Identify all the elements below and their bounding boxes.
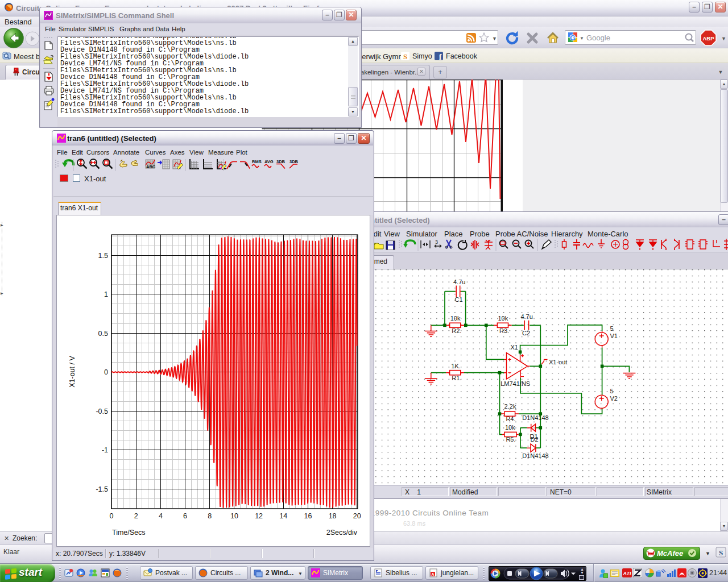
svg-text:X1-out / V: X1-out / V <box>68 356 76 388</box>
svg-text:3DB: 3DB <box>289 159 299 164</box>
svg-text:3: 3 <box>435 239 438 245</box>
svg-text:G: G <box>570 34 576 42</box>
svg-text:D1N4148: D1N4148 <box>522 414 548 421</box>
svg-text:V2: V2 <box>610 395 618 402</box>
svg-text:5: 5 <box>610 388 614 394</box>
svg-text:4: 4 <box>159 512 163 520</box>
svg-text:10k: 10k <box>505 424 515 431</box>
svg-text:S: S <box>403 52 407 61</box>
svg-text:1.5: 1.5 <box>98 252 108 260</box>
svg-text:2: 2 <box>134 512 138 520</box>
svg-text:16: 16 <box>304 512 312 520</box>
svg-text:4.7u: 4.7u <box>520 313 532 320</box>
svg-text:C1: C1 <box>455 296 463 303</box>
svg-text:X1-out: X1-out <box>549 359 567 365</box>
svg-text:f: f <box>439 53 442 60</box>
svg-text:D2: D2 <box>531 436 539 443</box>
svg-text:LM741/NS: LM741/NS <box>500 380 530 387</box>
svg-text:3DB: 3DB <box>276 159 286 164</box>
svg-text:RMS: RMS <box>252 159 262 164</box>
svg-text:R3.: R3. <box>499 327 509 334</box>
svg-text:ABC: ABC <box>146 164 156 169</box>
svg-text:S: S <box>719 548 723 557</box>
svg-text:R4.: R4. <box>506 415 515 422</box>
svg-text:C2: C2 <box>522 330 530 336</box>
svg-text:1K.: 1K. <box>451 363 461 369</box>
svg-text:1: 1 <box>104 290 108 298</box>
svg-text:A: A <box>431 572 434 576</box>
svg-text:8: 8 <box>208 512 212 520</box>
svg-text:2Secs/div: 2Secs/div <box>326 529 358 537</box>
svg-text:14: 14 <box>279 512 287 520</box>
svg-text:20: 20 <box>353 512 361 520</box>
svg-text:0: 0 <box>104 368 108 376</box>
svg-text:V1: V1 <box>610 332 618 339</box>
svg-text:18: 18 <box>329 512 337 520</box>
svg-text:10k: 10k <box>498 315 508 322</box>
svg-text:10k: 10k <box>450 315 461 322</box>
svg-text:10: 10 <box>230 512 238 520</box>
svg-text:D1N4148: D1N4148 <box>522 452 548 459</box>
svg-text:-0.5: -0.5 <box>96 408 108 415</box>
svg-text:4.7u: 4.7u <box>453 278 465 285</box>
svg-text:R2.: R2. <box>452 327 461 334</box>
svg-text:ATI: ATI <box>623 571 631 576</box>
svg-text:X1: X1 <box>511 344 518 351</box>
svg-text:0: 0 <box>110 512 114 520</box>
svg-text:Time/Secs: Time/Secs <box>112 529 146 537</box>
svg-text:AVG: AVG <box>264 159 274 164</box>
svg-text:6: 6 <box>183 512 187 520</box>
svg-text:R5.: R5. <box>506 436 515 443</box>
svg-text:5: 5 <box>610 325 614 332</box>
svg-text:-1: -1 <box>102 446 108 454</box>
svg-text:R1.: R1. <box>452 375 461 381</box>
svg-text:0.5: 0.5 <box>98 330 108 338</box>
svg-text:ABP: ABP <box>702 35 714 41</box>
svg-text:-1.5: -1.5 <box>96 485 108 493</box>
svg-text:12: 12 <box>255 512 263 520</box>
svg-text:2.2k: 2.2k <box>504 403 516 410</box>
